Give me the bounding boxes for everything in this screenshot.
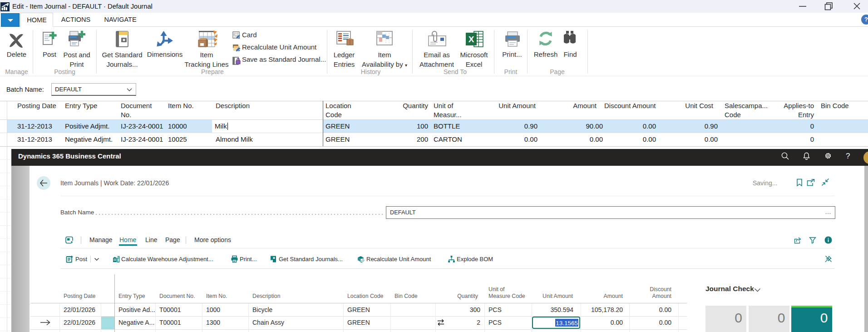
svg-text:X: X [469, 35, 474, 44]
